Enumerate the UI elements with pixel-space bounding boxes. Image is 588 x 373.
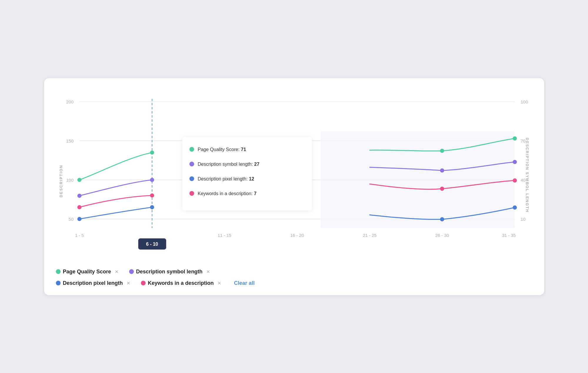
left-tick-50: 50 <box>69 217 74 222</box>
left-tick-100: 100 <box>66 178 73 183</box>
tooltip-dsl: Description symbol length: 27 <box>198 162 259 167</box>
green-dot-2 <box>150 150 154 155</box>
svg-point-18 <box>513 178 517 183</box>
legend-item-dpl: Description pixel length ✕ <box>56 280 130 286</box>
svg-point-20 <box>513 205 517 210</box>
legend-label-kid: Keywords in a description <box>148 280 214 286</box>
legend-dot-kid <box>141 281 146 285</box>
svg-point-8 <box>189 147 194 152</box>
left-tick-200: 200 <box>66 99 73 104</box>
tooltip-dpl: Description pixel length: 12 <box>198 176 254 181</box>
chart-legend: Page Quality Score ✕ Description symbol … <box>56 269 532 286</box>
svg-point-10 <box>189 176 194 181</box>
right-tick-10: 10 <box>521 217 526 222</box>
blue-dot-1 <box>77 217 81 221</box>
right-tick-40: 40 <box>521 178 526 183</box>
svg-point-14 <box>513 136 517 140</box>
purple-dot-2 <box>150 178 154 182</box>
blue-dot-2 <box>150 205 154 209</box>
legend-label-dpl: Description pixel length <box>63 280 123 286</box>
chart-area: DESCRIPTION DESCRIPTION SYMBOL LENGTH 20… <box>56 90 532 260</box>
x-label-6-10-active: 6 - 10 <box>146 242 158 247</box>
left-axis-label: DESCRIPTION <box>59 165 63 197</box>
x-label-11-15: 11 - 15 <box>217 233 231 238</box>
chart-svg: DESCRIPTION DESCRIPTION SYMBOL LENGTH 20… <box>56 90 532 260</box>
legend-dot-pqs <box>56 269 61 274</box>
legend-remove-dpl[interactable]: ✕ <box>126 280 130 286</box>
right-tick-70: 70 <box>521 138 526 143</box>
svg-point-19 <box>440 217 444 221</box>
legend-row-1: Page Quality Score ✕ Description symbol … <box>56 269 532 275</box>
right-tick-100: 100 <box>521 99 528 104</box>
clear-all-button[interactable]: Clear all <box>234 280 255 286</box>
x-label-21-25: 21 - 25 <box>363 233 377 238</box>
legend-remove-dsl[interactable]: ✕ <box>206 269 210 275</box>
left-tick-150: 150 <box>66 138 73 143</box>
legend-item-pqs: Page Quality Score ✕ <box>56 269 119 275</box>
svg-point-15 <box>440 168 444 173</box>
legend-label-dsl: Description symbol length <box>136 269 203 275</box>
svg-point-13 <box>440 149 444 153</box>
purple-dot-1 <box>77 194 81 198</box>
legend-remove-pqs[interactable]: ✕ <box>115 269 119 275</box>
legend-remove-kid[interactable]: ✕ <box>217 280 221 286</box>
legend-label-pqs: Page Quality Score <box>63 269 111 275</box>
tooltip-pqs: Page Quality Score: 71 <box>198 147 246 152</box>
svg-point-17 <box>440 187 444 191</box>
pink-dot-1 <box>77 205 81 209</box>
legend-dot-dsl <box>129 269 134 274</box>
legend-dot-dpl <box>56 281 61 285</box>
legend-item-dsl: Description symbol length ✕ <box>129 269 210 275</box>
green-dot-1 <box>77 178 81 182</box>
x-label-16-20: 16 - 20 <box>290 233 304 238</box>
svg-point-11 <box>189 191 194 196</box>
tooltip-kid: Keywords in a description: 7 <box>198 191 256 196</box>
pink-dot-2 <box>150 193 154 198</box>
legend-row-2: Description pixel length ✕ Keywords in a… <box>56 280 532 286</box>
x-label-1-5: 1 - 5 <box>75 233 84 238</box>
chart-card: DESCRIPTION DESCRIPTION SYMBOL LENGTH 20… <box>44 78 544 295</box>
legend-item-kid: Keywords in a description ✕ <box>141 280 221 286</box>
svg-point-9 <box>189 162 194 166</box>
svg-point-16 <box>513 160 517 164</box>
x-label-26-30: 26 - 30 <box>435 233 449 238</box>
x-label-31-35: 31 - 35 <box>502 233 516 238</box>
right-axis-label: DESCRIPTION SYMBOL LENGTH <box>525 138 529 213</box>
